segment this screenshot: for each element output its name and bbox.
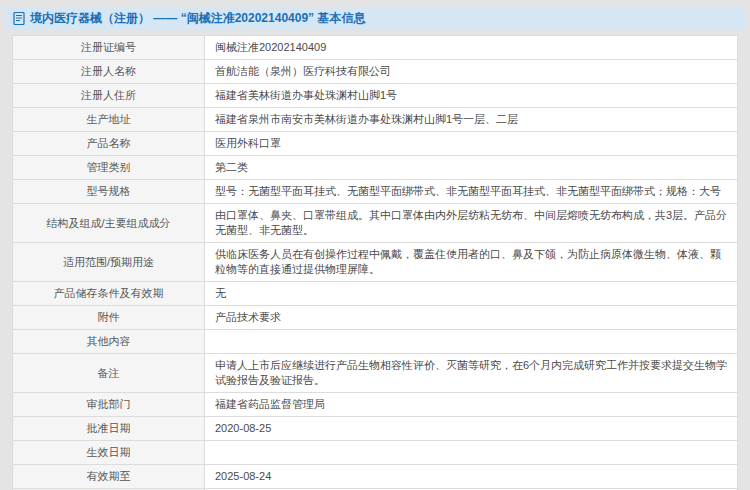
row-value xyxy=(205,441,738,465)
row-value: 型号：无菌型平面耳挂式、无菌型平面绑带式、非无菌型平面耳挂式、非无菌型平面绑带式… xyxy=(205,180,738,204)
row-value: 2025-08-24 xyxy=(205,465,738,489)
row-value: 福建省美林街道办事处珠渊村山脚1号 xyxy=(205,84,738,108)
info-table: 注册证编号闽械注准20202140409注册人名称首航洁能（泉州）医疗科技有限公… xyxy=(12,35,738,490)
row-label: 产品储存条件及有效期 xyxy=(13,282,205,306)
table-row: 生产地址福建省泉州市南安市美林街道办事处珠渊村山脚1号一层、二层 xyxy=(13,108,738,132)
row-label: 结构及组成/主要组成成分 xyxy=(13,204,205,243)
row-label: 其他内容 xyxy=(13,330,205,354)
row-label-text: 生产地址 xyxy=(87,113,131,125)
row-value xyxy=(205,330,738,354)
row-label-text: 注册人住所 xyxy=(81,89,136,101)
row-value: 闽械注准20202140409 xyxy=(205,36,738,60)
row-label-text: 产品名称 xyxy=(87,137,131,149)
table-row: 有效期至2025-08-24 xyxy=(13,465,738,489)
row-label-text: 备注 xyxy=(98,367,120,379)
row-label-text: 生效日期 xyxy=(87,446,131,458)
row-label: 产品名称 xyxy=(13,132,205,156)
row-label: 有效期至 xyxy=(13,465,205,489)
row-label-text: 审批部门 xyxy=(87,398,131,410)
table-row: 其他内容 xyxy=(13,330,738,354)
row-label-text: 型号规格 xyxy=(87,185,131,197)
row-label-text: 注册人名称 xyxy=(81,65,136,77)
row-value: 由口罩体、鼻夹、口罩带组成。其中口罩体由内外层纺粘无纺布、中间层熔喷无纺布构成，… xyxy=(205,204,738,243)
row-label-text: 注册证编号 xyxy=(81,41,136,53)
row-label-text: 结构及组成/主要组成成分 xyxy=(46,217,170,229)
table-row: 注册人住所福建省美林街道办事处珠渊村山脚1号 xyxy=(13,84,738,108)
table-row: 适用范围/预期用途供临床医务人员在有创操作过程中佩戴，覆盖住使用者的口、鼻及下颌… xyxy=(13,243,738,282)
row-label-text: 其他内容 xyxy=(87,335,131,347)
row-label: 批准日期 xyxy=(13,417,205,441)
document-icon xyxy=(13,12,25,25)
row-label: 生效日期 xyxy=(13,441,205,465)
table-row: 结构及组成/主要组成成分由口罩体、鼻夹、口罩带组成。其中口罩体由内外层纺粘无纺布… xyxy=(13,204,738,243)
table-row: 备注申请人上市后应继续进行产品生物相容性评价、灭菌等研究，在6个月内完成研究工作… xyxy=(13,354,738,393)
row-label: 注册证编号 xyxy=(13,36,205,60)
table-row: 附件产品技术要求 xyxy=(13,306,738,330)
row-value: 医用外科口罩 xyxy=(205,132,738,156)
table-row: 产品名称医用外科口罩 xyxy=(13,132,738,156)
page: 境内医疗器械（注册） —— “闽械注准20202140409” 基本信息 注册证… xyxy=(0,0,750,490)
row-label: 型号规格 xyxy=(13,180,205,204)
table-row: 产品储存条件及有效期无 xyxy=(13,282,738,306)
row-label: 管理类别 xyxy=(13,156,205,180)
row-value: 福建省药品监督管理局 xyxy=(205,393,738,417)
row-value: 第二类 xyxy=(205,156,738,180)
row-label: 注册人住所 xyxy=(13,84,205,108)
row-value: 供临床医务人员在有创操作过程中佩戴，覆盖住使用者的口、鼻及下颌，为防止病原体微生… xyxy=(205,243,738,282)
row-label: 附件 xyxy=(13,306,205,330)
row-label: 适用范围/预期用途 xyxy=(13,243,205,282)
row-value: 产品技术要求 xyxy=(205,306,738,330)
row-label-text: 管理类别 xyxy=(87,161,131,173)
table-row: 型号规格型号：无菌型平面耳挂式、无菌型平面绑带式、非无菌型平面耳挂式、非无菌型平… xyxy=(13,180,738,204)
table-row: 注册证编号闽械注准20202140409 xyxy=(13,36,738,60)
row-label: 备注 xyxy=(13,354,205,393)
table-row: 注册人名称首航洁能（泉州）医疗科技有限公司 xyxy=(13,60,738,84)
table-row: 生效日期 xyxy=(13,441,738,465)
page-title: 境内医疗器械（注册） —— “闽械注准20202140409” 基本信息 xyxy=(30,10,365,27)
row-label: 生产地址 xyxy=(13,108,205,132)
row-label-text: 批准日期 xyxy=(87,422,131,434)
row-value: 无 xyxy=(205,282,738,306)
page-header: 境内医疗器械（注册） —— “闽械注准20202140409” 基本信息 xyxy=(5,7,745,30)
row-label: 注册人名称 xyxy=(13,60,205,84)
row-label: 审批部门 xyxy=(13,393,205,417)
table-row: 管理类别第二类 xyxy=(13,156,738,180)
row-value: 福建省泉州市南安市美林街道办事处珠渊村山脚1号一层、二层 xyxy=(205,108,738,132)
row-label-text: 产品储存条件及有效期 xyxy=(54,287,164,299)
row-label-text: 有效期至 xyxy=(87,470,131,482)
row-label-text: 适用范围/预期用途 xyxy=(63,256,154,268)
row-value: 申请人上市后应继续进行产品生物相容性评价、灭菌等研究，在6个月内完成研究工作并按… xyxy=(205,354,738,393)
table-row: 审批部门福建省药品监督管理局 xyxy=(13,393,738,417)
row-label-text: 附件 xyxy=(98,311,120,323)
table-row: 批准日期2020-08-25 xyxy=(13,417,738,441)
row-value: 2020-08-25 xyxy=(205,417,738,441)
row-value: 首航洁能（泉州）医疗科技有限公司 xyxy=(205,60,738,84)
